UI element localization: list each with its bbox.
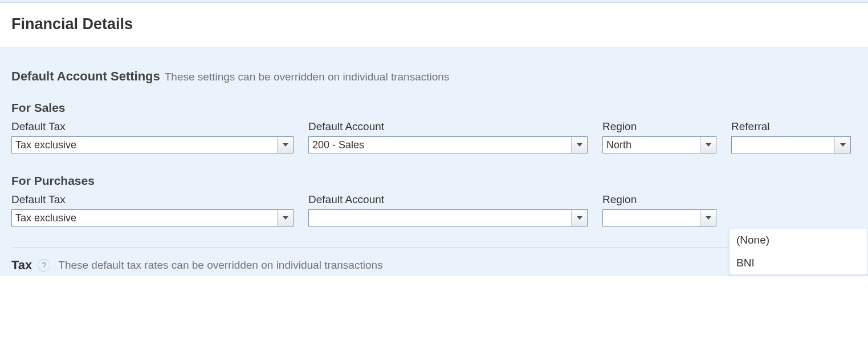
default-settings-subtext: These settings can be overridden on indi… <box>165 71 450 83</box>
tax-title: Tax <box>11 258 32 273</box>
purchases-default-account-dropdown-button[interactable] <box>571 210 587 226</box>
purchases-region-dropdown-button[interactable] <box>700 210 716 226</box>
sales-default-tax-dropdown-button[interactable] <box>277 137 293 153</box>
sales-region-dropdown-button[interactable] <box>700 137 716 153</box>
purchases-default-tax-label: Default Tax <box>11 193 294 206</box>
sales-row: Default Tax Tax exclusive Default Accoun… <box>11 120 857 153</box>
default-settings-heading: Default Account Settings <box>11 69 160 84</box>
page-header: Financial Details <box>0 3 868 47</box>
sales-region-field: Region North <box>602 120 716 153</box>
sales-default-tax-value: Tax exclusive <box>12 137 277 153</box>
purchases-region-field: Region <box>602 193 716 226</box>
chevron-down-icon <box>577 143 582 147</box>
referral-dropdown-popup[interactable]: (None)BNINRGWebsite Lead <box>729 229 868 276</box>
purchases-default-account-field: Default Account <box>308 193 588 226</box>
referral-option[interactable]: NRG <box>730 274 867 276</box>
sales-default-account-field: Default Account 200 - Sales <box>308 120 588 153</box>
sales-default-account-value: 200 - Sales <box>309 137 571 153</box>
sales-default-account-label: Default Account <box>308 120 588 133</box>
purchases-default-account-value <box>309 210 571 226</box>
referral-option[interactable]: BNI <box>730 252 867 274</box>
sales-referral-value <box>732 137 834 153</box>
purchases-region-label: Region <box>602 193 716 206</box>
main-panel: Default Account Settings These settings … <box>0 47 868 276</box>
purchases-default-account-label: Default Account <box>308 193 588 206</box>
sales-default-account-combo[interactable]: 200 - Sales <box>308 136 588 153</box>
sales-referral-combo[interactable] <box>731 136 851 153</box>
purchases-region-combo[interactable] <box>602 209 716 226</box>
chevron-down-icon <box>283 143 288 147</box>
purchases-row: Default Tax Tax exclusive Default Accoun… <box>11 193 857 226</box>
purchases-default-tax-dropdown-button[interactable] <box>277 210 293 226</box>
sales-region-combo[interactable]: North <box>602 136 716 153</box>
chevron-down-icon <box>706 143 711 147</box>
tax-subtext: These default tax rates can be overridde… <box>58 259 382 272</box>
sales-default-tax-combo[interactable]: Tax exclusive <box>11 136 294 153</box>
sales-default-tax-field: Default Tax Tax exclusive <box>11 120 294 153</box>
sales-referral-dropdown-button[interactable] <box>834 137 850 153</box>
chevron-down-icon <box>577 216 582 220</box>
chevron-down-icon <box>840 143 846 147</box>
sales-region-label: Region <box>602 120 716 133</box>
chevron-down-icon <box>706 216 711 220</box>
section-default-settings: Default Account Settings These settings … <box>11 69 857 84</box>
sales-region-value: North <box>603 137 700 153</box>
page-title: Financial Details <box>11 15 857 33</box>
sales-referral-label: Referral <box>731 120 851 133</box>
purchases-default-tax-value: Tax exclusive <box>12 210 277 226</box>
sales-default-account-dropdown-button[interactable] <box>571 137 587 153</box>
purchases-default-tax-field: Default Tax Tax exclusive <box>11 193 294 226</box>
sales-default-tax-label: Default Tax <box>11 120 294 133</box>
help-icon[interactable]: ? <box>38 259 50 272</box>
chevron-down-icon <box>283 216 288 220</box>
sales-referral-field: Referral <box>731 120 851 153</box>
for-sales-title: For Sales <box>11 101 857 115</box>
purchases-default-tax-combo[interactable]: Tax exclusive <box>11 209 294 226</box>
purchases-region-value <box>603 210 700 226</box>
purchases-default-account-combo[interactable] <box>308 209 588 226</box>
for-purchases-title: For Purchases <box>11 174 857 188</box>
referral-option[interactable]: (None) <box>730 229 867 252</box>
